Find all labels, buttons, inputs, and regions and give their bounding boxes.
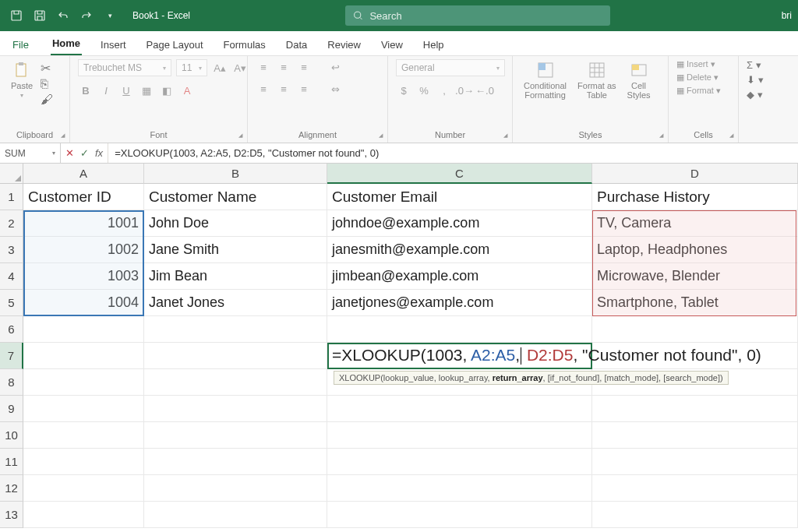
qat-dropdown-icon[interactable]: ▾ [101,7,118,24]
cell-D5[interactable]: Smartphone, Tablet [592,290,798,316]
col-header-A[interactable]: A [23,164,144,184]
cell[interactable] [23,475,144,502]
merge-center-icon[interactable]: ⇔ [327,81,343,97]
cell[interactable] [327,422,592,449]
underline-button[interactable]: U [118,83,134,98]
cell-D4[interactable]: Microwave, Blender [592,263,798,290]
bold-button[interactable]: B [78,83,94,98]
decrease-decimal-icon[interactable]: ←.0 [477,83,493,98]
cell-B3[interactable]: Jane Smith [144,237,327,263]
cells-format-button[interactable]: ▦ Format ▾ [676,86,721,96]
tab-file[interactable]: File [8,34,34,55]
tab-review[interactable]: Review [326,34,362,55]
cell-C3[interactable]: janesmith@example.com [327,237,592,263]
cell[interactable] [592,502,798,528]
cell[interactable] [23,396,144,422]
col-header-B[interactable]: B [144,164,327,184]
row-header[interactable]: 10 [0,422,23,449]
cell[interactable] [23,449,144,475]
search-box[interactable] [345,5,610,26]
cell-B4[interactable]: Jim Bean [144,263,327,290]
cells-insert-button[interactable]: ▦ Insert ▾ [676,59,715,69]
cell-A5[interactable]: 1004 [23,290,144,316]
col-header-D[interactable]: D [592,164,798,184]
fx-icon[interactable]: fx [95,147,103,159]
name-box[interactable]: SUM▾ [0,143,61,163]
increase-decimal-icon[interactable]: .0→ [457,83,472,98]
comma-icon[interactable]: , [436,83,452,98]
font-size-combo[interactable]: 11▾ [176,59,207,76]
cut-icon[interactable]: ✂ [41,61,53,76]
row-header[interactable]: 7 [0,343,23,369]
cell[interactable] [144,316,327,343]
cell[interactable] [592,475,798,502]
save-icon[interactable] [31,7,48,24]
cell[interactable] [327,475,592,502]
cell-B5[interactable]: Janet Jones [144,290,327,316]
autosum-icon[interactable]: Σ ▾ [747,59,761,71]
spreadsheet-grid[interactable]: A B C D 1 Customer ID Customer Name Cust… [0,164,798,528]
cell[interactable] [23,343,144,369]
cell[interactable] [144,502,327,528]
font-color-button[interactable]: A [179,83,195,98]
align-left-icon[interactable]: ≡ [256,81,271,97]
user-name[interactable]: bri [782,10,792,21]
cell-C2[interactable]: johndoe@example.com [327,210,592,237]
cell-A2[interactable]: 1001 [23,210,144,237]
tab-page-layout[interactable]: Page Layout [145,34,205,55]
cell[interactable] [592,316,798,343]
fill-icon[interactable]: ⬇ ▾ [747,74,764,86]
cell-C4[interactable]: jimbean@example.com [327,263,592,290]
cell-A4[interactable]: 1003 [23,263,144,290]
font-name-combo[interactable]: Trebuchet MS▾ [78,59,171,76]
align-middle-icon[interactable]: ≡ [276,59,291,75]
row-header[interactable]: 8 [0,369,23,396]
cell[interactable] [592,422,798,449]
tab-insert[interactable]: Insert [99,34,128,55]
cell[interactable] [144,343,327,369]
format-as-table-button[interactable]: Format as Table [574,59,620,101]
borders-button[interactable]: ▦ [139,83,154,98]
cell-B1[interactable]: Customer Name [144,184,327,210]
cell[interactable] [327,502,592,528]
cancel-icon[interactable]: ✕ [65,147,74,159]
row-header[interactable]: 11 [0,449,23,475]
currency-icon[interactable]: $ [396,83,411,98]
row-header[interactable]: 3 [0,237,23,263]
align-center-icon[interactable]: ≡ [276,81,291,97]
enter-icon[interactable]: ✓ [80,147,89,159]
decrease-font-icon[interactable]: A▾ [232,60,248,76]
row-header[interactable]: 6 [0,316,23,343]
increase-font-icon[interactable]: A▴ [212,60,228,76]
cell[interactable] [592,449,798,475]
format-painter-icon[interactable]: 🖌 [41,93,53,107]
undo-icon[interactable] [55,7,72,24]
col-header-C[interactable]: C [327,164,592,184]
row-header[interactable]: 9 [0,396,23,422]
row-header[interactable]: 4 [0,263,23,290]
cell[interactable] [144,369,327,396]
cell[interactable] [144,422,327,449]
cells-delete-button[interactable]: ▦ Delete ▾ [676,72,719,83]
formula-input[interactable]: =XLOOKUP(1003, A2:A5, D2:D5, "Customer n… [108,147,798,159]
cell[interactable] [144,396,327,422]
cell[interactable] [327,449,592,475]
row-header[interactable]: 13 [0,502,23,528]
cell[interactable] [23,369,144,396]
cell-D2[interactable]: TV, Camera [592,210,798,237]
cell-C1[interactable]: Customer Email [327,184,592,210]
row-header[interactable]: 2 [0,210,23,237]
cell-A3[interactable]: 1002 [23,237,144,263]
redo-icon[interactable] [78,7,95,24]
row-header[interactable]: 12 [0,475,23,502]
cell-D1[interactable]: Purchase History [592,184,798,210]
tab-data[interactable]: Data [284,34,309,55]
align-top-icon[interactable]: ≡ [256,59,271,75]
conditional-formatting-button[interactable]: Conditional Formatting [521,59,570,101]
cell[interactable] [592,396,798,422]
cell-C5[interactable]: janetjones@example.com [327,290,592,316]
cell-styles-button[interactable]: Cell Styles [624,59,654,101]
percent-icon[interactable]: % [416,83,432,98]
clear-icon[interactable]: ◆ ▾ [747,89,763,100]
cell[interactable] [23,316,144,343]
